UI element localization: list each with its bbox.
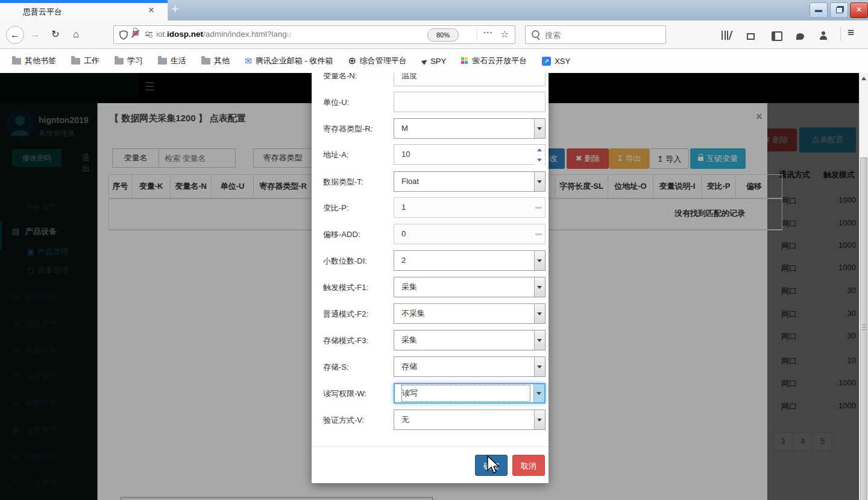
window-close-button[interactable]: ✕ [850,2,868,18]
field-label: 触发模式-F1: [323,282,368,293]
browser-window: 思普云平台 × + ▬ ✕ ← → ↻ ⌂ iot.idosp.net/admi… [0,0,868,500]
ezviz-icon [461,57,468,65]
bookmark-folder-work[interactable]: 工作 [68,54,103,68]
bookmarks-bar: 其他书签 工作 学习 生活 其他 ✉腾讯企业邮箱 - 收件箱 ⊕综合管理平台 ▶… [0,49,868,73]
disabled-dash-icon [535,233,542,235]
chevron-down-icon [534,410,545,429]
chevron-down-icon [534,251,545,270]
account-icon[interactable] [819,30,828,40]
shield-icon[interactable] [119,30,128,40]
field-label: 小数位数-DI: [323,256,367,267]
address-stepper[interactable]: 10 [394,144,546,165]
unit-input[interactable] [394,92,546,112]
menu-icon[interactable]: ≡ [848,26,854,39]
search-icon [532,30,539,38]
bookmark-xsy[interactable]: ↗XSY [538,55,574,68]
search-bar[interactable]: 搜索 [525,25,666,44]
verify-mode-select[interactable]: 无 [394,410,546,430]
bookmark-folder-study[interactable]: 学习 [111,54,146,68]
mouse-cursor [486,455,500,476]
field-label: 偏移-ADD: [323,229,360,240]
storage-mode-select[interactable]: 采集 [394,330,546,350]
field-label: 验证方式-V: [323,415,364,426]
modal-footer-divider [312,446,549,447]
home-icon[interactable]: ⌂ [68,26,84,43]
trigger-mode-select[interactable]: 采集 [394,277,546,297]
toolbar-divider [840,27,841,42]
browser-tab[interactable]: 思普云平台 × [0,0,168,21]
data-type-select[interactable]: Float [394,171,546,192]
back-icon[interactable]: ← [6,26,24,44]
browser-navbar: ← → ↻ ⌂ iot.idosp.net/admin/index.html?l… [0,21,868,49]
urlbar-divider [477,28,477,41]
chevron-down-icon [534,331,545,350]
bookmark-mgmt-platform[interactable]: ⊕综合管理平台 [344,54,410,68]
scrollbar-grip-icon [862,324,866,331]
decimal-digits-select[interactable]: 2 [394,250,546,271]
rw-permission-select[interactable]: 读写 [394,383,546,403]
tab-close-icon[interactable]: × [148,4,154,16]
bookmark-star-icon[interactable]: ☆ [500,28,509,40]
reload-icon[interactable]: ↻ [47,26,64,43]
chevron-down-icon [534,172,545,191]
zoom-level-badge[interactable]: 80% [427,28,459,42]
bookmark-folder-misc[interactable]: 其他 [198,54,233,68]
chevron-down-icon [534,357,545,376]
url-bar[interactable]: iot.idosp.net/admin/index.html?langu 80%… [113,25,515,44]
field-label: 寄存器类型-R: [323,124,373,134]
folder-icon [201,58,210,65]
globe-icon: ⊕ [348,57,356,65]
window-minimize-button[interactable]: ▬ [810,2,828,18]
field-label: 数据类型-T: [323,177,363,188]
storage-select[interactable]: 存储 [394,356,546,377]
offset-input: 0 [394,224,546,244]
ratio-input: 1 [394,197,546,218]
tab-title: 思普云平台 [23,7,62,17]
disabled-dash-icon [535,207,542,209]
page-actions-icon[interactable]: ⋯ [483,27,492,38]
library-icon[interactable] [722,30,732,40]
tencent-mail-icon: ✉ [245,57,252,65]
scrollbar-thumb[interactable] [860,157,867,500]
chevron-down-icon [533,384,544,402]
xsy-icon: ↗ [542,57,551,66]
chat-icon[interactable] [796,31,804,42]
chevron-down-icon [534,119,545,138]
spinner-arrows-icon[interactable] [535,145,544,165]
bookmark-tencent-mail[interactable]: ✉腾讯企业邮箱 - 收件箱 [241,54,336,68]
dart-icon: ▶ [420,56,429,66]
field-label: 存储模式-F3: [323,335,368,346]
bookmark-ezviz[interactable]: 萤石云开放平台 [458,54,530,68]
variable-name-input[interactable]: 温度 [394,73,546,86]
bookmark-folder-other[interactable]: 其他书签 [8,54,60,68]
field-label: 变比-P: [323,203,349,214]
restore-icon [836,7,843,13]
field-label: 读写权限-W: [323,388,366,399]
folder-icon [71,58,80,65]
permissions-icon[interactable] [145,31,153,37]
normal-mode-select[interactable]: 不采集 [394,303,546,324]
field-label: 单位-U: [323,97,349,108]
forward-icon[interactable]: → [27,26,43,43]
search-placeholder: 搜索 [545,30,561,41]
scroll-up-icon[interactable] [861,77,866,80]
bookmark-folder-life[interactable]: 生活 [154,54,190,68]
new-tab-button[interactable]: + [171,1,179,17]
field-label: 地址-A: [323,150,349,160]
screenshot-icon[interactable] [747,30,755,41]
folder-icon [158,58,167,65]
field-label: 变量名-N: [323,73,357,81]
page-viewport: ☰ hignton2019 系统管理员 修改密码 退出 ⌂平台首页 ▤产品设备 … [0,73,868,500]
window-restore-button[interactable] [830,2,848,18]
cancel-button[interactable]: 取消 [512,455,545,476]
folder-icon [115,58,124,65]
sidebars-icon[interactable] [772,30,782,41]
field-label: 存储-S: [323,362,349,373]
bookmark-spy[interactable]: ▶SPY [418,55,450,68]
variable-edit-modal: 变量名-N: 温度 单位-U: 寄存器类型-R: M 地址-A: 10 数据类型… [312,73,549,483]
register-type-select[interactable]: M [394,118,546,139]
folder-icon [12,58,21,65]
url-text[interactable]: iot.idosp.net/admin/index.html?langu [156,30,291,39]
page-scrollbar[interactable] [859,73,868,500]
titlebar: 思普云平台 × + ▬ ✕ [0,0,868,21]
